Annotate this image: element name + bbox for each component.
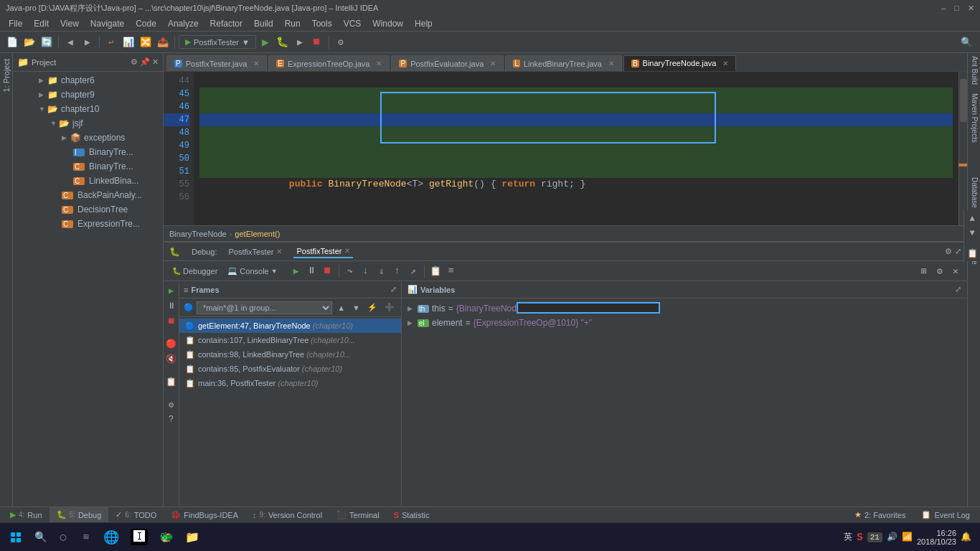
- close-btn[interactable]: ✕: [968, 4, 974, 13]
- tree-chapter10[interactable]: ▼ 📂 chapter10: [13, 102, 163, 116]
- vars-expand-btn[interactable]: ⤢: [955, 285, 961, 294]
- menu-vcs[interactable]: VCS: [338, 17, 367, 30]
- ant-build-label[interactable]: Ant Build: [968, 53, 980, 88]
- frame-item-4[interactable]: 📋 main:36, PostfixTester (chapter10): [179, 376, 401, 390]
- tree-exceptions[interactable]: ▶ 📦 exceptions: [13, 131, 163, 145]
- step-out-btn[interactable]: ↑: [390, 264, 405, 278]
- debug-tab-postfixtester1[interactable]: PostfixTester ✕: [225, 246, 285, 258]
- step-into-btn[interactable]: ↓: [359, 264, 373, 278]
- pause-btn[interactable]: ⏸: [305, 264, 319, 278]
- menu-tools[interactable]: Tools: [306, 17, 338, 30]
- taskbar-task-view[interactable]: ⊞: [75, 524, 98, 550]
- thread-up-btn[interactable]: ▲: [335, 303, 347, 313]
- open-btn[interactable]: 📂: [22, 34, 37, 50]
- taskbar-folder[interactable]: 📁: [179, 524, 205, 550]
- menu-refactor[interactable]: Refactor: [204, 17, 248, 30]
- get-thread-dump-btn[interactable]: 📋: [165, 375, 178, 388]
- settings-debug-btn[interactable]: ⚙: [933, 264, 947, 278]
- gear-icon[interactable]: ⚙: [131, 57, 138, 67]
- tree-backpain[interactable]: C BackPainAnaly...: [13, 188, 163, 202]
- system-clock[interactable]: 16:26 2018/10/23: [917, 529, 956, 546]
- frame-item-3[interactable]: 📋 contains:85, PostfixEvaluator (chapter…: [179, 362, 401, 376]
- view-breakpoints-btn[interactable]: 🔴: [165, 337, 178, 350]
- debug-tab-postfixtester2[interactable]: PostfixTester ✕: [293, 245, 353, 258]
- tree-jsjf[interactable]: ▼ 📂 jsjf: [13, 116, 163, 131]
- stop-debug-btn[interactable]: ⏹: [321, 264, 335, 278]
- menu-view[interactable]: View: [55, 17, 85, 30]
- tree-binarytreenode-iface[interactable]: I BinaryTre...: [13, 145, 163, 159]
- notification-icon[interactable]: 🔔: [961, 532, 971, 542]
- tab-linkedbinarytree[interactable]: L LinkedBinaryTree.java ✕: [505, 55, 622, 71]
- taskbar-app3[interactable]: 🐲: [154, 524, 179, 550]
- menu-build[interactable]: Build: [248, 17, 279, 30]
- expand-icon[interactable]: ⤢: [955, 247, 961, 256]
- tab-close-debug1[interactable]: ✕: [276, 248, 282, 255]
- thread-add-btn[interactable]: ➕: [382, 302, 397, 313]
- mute-breakpoints-btn[interactable]: 🔇: [165, 352, 178, 365]
- help-side-btn[interactable]: ?: [165, 413, 178, 426]
- settings-side-btn[interactable]: ⚙: [165, 398, 178, 411]
- breadcrumb-method[interactable]: getElement(): [235, 230, 280, 238]
- debugger-tab[interactable]: 🐛 Debugger: [168, 265, 222, 277]
- run-btn[interactable]: ▶: [258, 34, 273, 50]
- restore-layout-btn[interactable]: ⊞: [917, 264, 931, 278]
- menu-run[interactable]: Run: [279, 17, 306, 30]
- tab-favorites[interactable]: ★ 2: Favorites: [847, 507, 913, 523]
- tab-close-pf[interactable]: ✕: [490, 60, 496, 67]
- var-item-this[interactable]: ▶ th this = {BinaryTreeNode@1003}: [402, 301, 967, 316]
- run-to-cursor-btn[interactable]: ↗: [406, 264, 420, 278]
- tab-statistic[interactable]: S Statistic: [387, 507, 437, 523]
- taskbar-ie[interactable]: 🌐: [98, 524, 125, 550]
- vcs-btn[interactable]: 📊: [121, 34, 136, 50]
- tree-chapter9[interactable]: ▶ 📁 chapter9: [13, 88, 163, 102]
- menu-help[interactable]: Help: [409, 17, 438, 30]
- stop-side-btn[interactable]: ⏹: [165, 314, 178, 327]
- console-dropdown[interactable]: ▼: [271, 268, 278, 275]
- frame-item-1[interactable]: 📋 contains:107, LinkedBinaryTree (chapte…: [179, 333, 401, 347]
- thread-dropdown[interactable]: *main*@1 in group...: [197, 301, 332, 314]
- tab-postfixevaluator[interactable]: P PostfixEvaluator.java ✕: [391, 55, 504, 71]
- close-panel-icon[interactable]: ✕: [152, 57, 159, 67]
- resume-side-btn[interactable]: ▶: [165, 284, 178, 297]
- resume-btn[interactable]: ▶: [289, 264, 303, 278]
- tab-binarytreenode[interactable]: B BinaryTreeNode.java ✕: [623, 55, 737, 71]
- vcs3-btn[interactable]: 📤: [155, 34, 171, 50]
- tab-vcs[interactable]: ↕ 9: Version Control: [245, 507, 329, 523]
- scroll-thumb[interactable]: [960, 79, 967, 122]
- menu-analyze[interactable]: Analyze: [162, 17, 204, 30]
- undo-btn[interactable]: ↩: [103, 34, 119, 50]
- tree-decisiontree[interactable]: C DecisionTree: [13, 202, 163, 217]
- frame-item-0[interactable]: 🔵 getElement:47, BinaryTreeNode (chapter…: [179, 319, 401, 333]
- volume-icon[interactable]: 🔊: [887, 532, 897, 542]
- tab-terminal[interactable]: ⬛ Terminal: [329, 507, 387, 523]
- pause-side-btn[interactable]: ⏸: [165, 299, 178, 312]
- debug-btn[interactable]: 🐛: [275, 34, 291, 50]
- tab-event-log[interactable]: 📋 Event Log: [914, 507, 977, 523]
- menu-code[interactable]: Code: [130, 17, 162, 30]
- coverage-btn[interactable]: ▶: [292, 34, 308, 50]
- database-label[interactable]: Database: [968, 174, 980, 211]
- run-config-selector[interactable]: ▶ PostfixTester ▼: [179, 35, 256, 49]
- pin-icon[interactable]: 📌: [140, 57, 150, 67]
- maven-projects-label[interactable]: Maven Projects: [968, 90, 980, 146]
- tree-expressiontree[interactable]: C ExpressionTre...: [13, 217, 163, 231]
- new-file-btn[interactable]: 📄: [4, 34, 20, 50]
- sync-btn[interactable]: 🔄: [39, 34, 55, 50]
- tree-chapter6[interactable]: ▶ 📁 chapter6: [13, 73, 163, 88]
- sougou-tray-icon[interactable]: S: [857, 532, 862, 543]
- menu-navigate[interactable]: Navigate: [85, 17, 130, 30]
- back-btn[interactable]: ◀: [62, 34, 78, 50]
- run-config-dropdown[interactable]: ▼: [242, 38, 250, 47]
- tree-linkedbina[interactable]: C LinkedBina...: [13, 174, 163, 188]
- editor-scrollbar[interactable]: [958, 72, 967, 225]
- breadcrumb-class[interactable]: BinaryTreeNode: [169, 230, 227, 238]
- menu-file[interactable]: File: [3, 17, 28, 30]
- menu-edit[interactable]: Edit: [28, 17, 55, 30]
- tab-todo[interactable]: ✓ 6: TODO: [108, 507, 164, 523]
- stop-btn[interactable]: ⏹: [309, 34, 325, 50]
- tab-expressiontreeop[interactable]: E ExpressionTreeOp.java ✕: [268, 55, 390, 71]
- settings-btn[interactable]: ⚙: [333, 34, 349, 50]
- thread-filter-btn[interactable]: ⚡: [365, 302, 380, 313]
- threads-btn[interactable]: ≡: [444, 264, 458, 278]
- frames-btn[interactable]: 📋: [428, 264, 443, 278]
